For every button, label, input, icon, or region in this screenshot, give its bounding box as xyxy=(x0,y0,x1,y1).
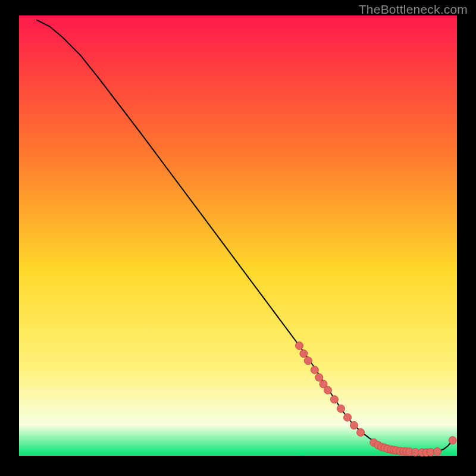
data-dot xyxy=(300,350,308,358)
chart-container: { "attribution": "TheBottleneck.com", "c… xyxy=(0,0,476,476)
data-dot xyxy=(337,405,345,412)
data-dot xyxy=(304,357,312,365)
data-dot xyxy=(449,437,456,444)
data-dot xyxy=(324,386,331,394)
data-dot xyxy=(311,366,318,374)
plot-background xyxy=(19,15,457,456)
attribution-text: TheBottleneck.com xyxy=(359,2,468,17)
data-dot xyxy=(344,414,352,421)
data-dot xyxy=(296,342,303,350)
data-dot xyxy=(350,421,358,429)
data-dot xyxy=(315,374,323,381)
data-dot xyxy=(433,448,441,456)
data-dot xyxy=(357,428,365,436)
bottleneck-chart xyxy=(0,0,476,476)
data-dot xyxy=(330,396,338,403)
